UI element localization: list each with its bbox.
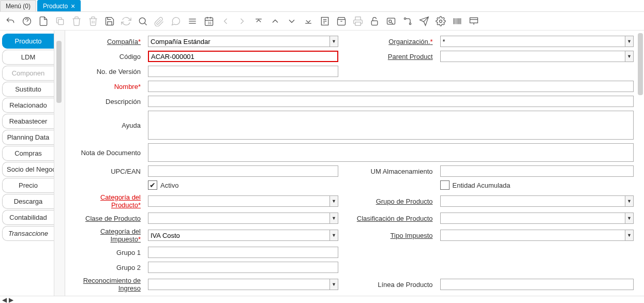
chat-icon[interactable] bbox=[170, 15, 182, 27]
field-tipo-impuesto[interactable]: ▼ bbox=[440, 230, 634, 241]
sidebar-item-compras[interactable]: Compras bbox=[2, 146, 54, 161]
tab-menu[interactable]: Menú (0) bbox=[0, 0, 36, 11]
unchecked-icon[interactable] bbox=[440, 180, 450, 190]
field-compania[interactable]: ▼ bbox=[148, 36, 338, 47]
sidebar-item-precio[interactable]: Precio bbox=[2, 178, 54, 193]
sidebar-item-descarga[interactable]: Descarga bbox=[2, 194, 54, 209]
chevron-down-icon[interactable]: ▼ bbox=[625, 213, 634, 224]
new-icon[interactable] bbox=[37, 15, 50, 27]
chevron-down-icon[interactable]: ▼ bbox=[330, 36, 338, 47]
up-icon[interactable] bbox=[269, 15, 281, 27]
input-codigo[interactable] bbox=[148, 51, 338, 62]
sidebar-item-reabastecer[interactable]: Reabastecer bbox=[2, 114, 54, 129]
down-icon[interactable] bbox=[286, 15, 298, 27]
sidebar-item-planning-data[interactable]: Planning Data bbox=[2, 130, 54, 145]
calendar-icon[interactable]: 31 bbox=[203, 15, 215, 27]
input-no-version[interactable] bbox=[148, 66, 338, 77]
label-grupo1: Grupo 1 bbox=[70, 249, 143, 256]
refresh-icon[interactable] bbox=[120, 15, 132, 27]
input-categoria-impuesto[interactable] bbox=[148, 230, 330, 241]
sidebar-item-relacionado[interactable]: Relacionado bbox=[2, 98, 54, 113]
print-icon[interactable] bbox=[352, 15, 364, 27]
input-tipo-impuesto[interactable] bbox=[440, 230, 625, 241]
gear-icon[interactable] bbox=[435, 15, 447, 27]
input-ayuda[interactable] bbox=[148, 111, 634, 140]
input-grupo-producto[interactable] bbox=[440, 195, 625, 207]
presentation-icon[interactable] bbox=[468, 15, 480, 27]
input-compania[interactable] bbox=[148, 36, 330, 47]
input-grupo1[interactable] bbox=[148, 247, 338, 258]
field-clasificacion-producto[interactable]: ▼ bbox=[440, 213, 634, 224]
field-categoria-impuesto[interactable]: ▼ bbox=[148, 230, 338, 241]
attachment-icon[interactable] bbox=[153, 15, 166, 27]
input-parent-product[interactable] bbox=[440, 51, 625, 62]
trash2-icon[interactable] bbox=[87, 15, 99, 27]
input-clase-producto[interactable] bbox=[148, 213, 330, 224]
input-linea-producto[interactable] bbox=[440, 279, 634, 290]
chevron-down-icon[interactable]: ▼ bbox=[625, 51, 634, 62]
input-categoria-producto[interactable] bbox=[148, 195, 330, 207]
field-grupo-producto[interactable]: ▼ bbox=[440, 195, 634, 207]
chevron-down-icon[interactable]: ▼ bbox=[625, 230, 634, 241]
input-nota-documento[interactable] bbox=[148, 143, 634, 162]
input-nombre[interactable] bbox=[148, 81, 634, 92]
sidebar-item-contabilidad[interactable]: Contabilidad bbox=[2, 210, 54, 225]
chevron-down-icon[interactable]: ▼ bbox=[330, 230, 338, 241]
trash-icon[interactable] bbox=[70, 15, 83, 27]
input-organizacion[interactable] bbox=[440, 36, 625, 47]
input-upc-ean[interactable] bbox=[148, 165, 338, 177]
gutter-thumb[interactable] bbox=[56, 41, 62, 103]
input-grupo2[interactable] bbox=[148, 262, 338, 273]
collapse-right-icon[interactable]: ▶ bbox=[9, 296, 13, 304]
checkbox-entidad-acumulada[interactable]: Entidad Acumulada bbox=[440, 180, 634, 190]
grid-icon[interactable] bbox=[186, 15, 199, 27]
first-icon[interactable] bbox=[252, 15, 265, 27]
checkbox-activo[interactable]: Activo bbox=[148, 180, 342, 190]
label-codigo: Código bbox=[70, 53, 143, 60]
tab-producto[interactable]: Producto × bbox=[37, 0, 81, 11]
save-icon[interactable] bbox=[103, 15, 116, 27]
next-icon[interactable] bbox=[236, 15, 248, 27]
workflow-icon[interactable] bbox=[401, 15, 414, 27]
lock-icon[interactable] bbox=[368, 15, 381, 27]
last-icon[interactable] bbox=[302, 15, 314, 27]
sidebar-item-producto[interactable]: Producto bbox=[2, 34, 54, 49]
label-clase-producto: Clase de Producto bbox=[70, 215, 143, 222]
undo-icon[interactable] bbox=[4, 15, 17, 27]
field-organizacion[interactable]: ▼ bbox=[440, 36, 634, 47]
label-um-almacenamiento: UM Almacenamiento bbox=[347, 168, 435, 175]
input-clasificacion-producto[interactable] bbox=[440, 213, 625, 224]
checked-icon[interactable] bbox=[148, 180, 157, 190]
chevron-down-icon[interactable]: ▼ bbox=[330, 195, 338, 207]
report-icon[interactable] bbox=[319, 15, 331, 27]
barcode-icon[interactable] bbox=[451, 15, 463, 27]
svg-point-2 bbox=[139, 18, 145, 24]
search-icon[interactable] bbox=[137, 15, 149, 27]
field-categoria-producto[interactable]: ▼ bbox=[148, 195, 338, 207]
zoom-icon[interactable] bbox=[385, 15, 397, 27]
field-clase-producto[interactable]: ▼ bbox=[148, 213, 338, 224]
copy-icon[interactable] bbox=[54, 15, 66, 27]
input-reconocimiento-ingreso[interactable] bbox=[148, 279, 330, 290]
sidebar-item-transacciones[interactable]: Transaccione bbox=[2, 226, 54, 241]
scrollbar-thumb[interactable] bbox=[638, 33, 643, 95]
chevron-down-icon[interactable]: ▼ bbox=[625, 36, 634, 47]
input-descripcion[interactable] bbox=[148, 96, 634, 107]
sidebar-item-socio-negocio[interactable]: Socio del Negocio bbox=[2, 162, 54, 177]
sidebar-item-sustituto[interactable]: Sustituto bbox=[2, 82, 54, 97]
collapse-left-icon[interactable]: ◀ bbox=[2, 296, 7, 304]
input-um-almacenamiento[interactable] bbox=[440, 165, 634, 177]
chevron-down-icon[interactable]: ▼ bbox=[330, 213, 338, 224]
sidebar-item-componen[interactable]: Componen bbox=[2, 66, 54, 81]
field-parent-product[interactable]: ▼ bbox=[440, 51, 634, 62]
prev-icon[interactable] bbox=[219, 15, 232, 27]
sidebar-item-ldm[interactable]: LDM bbox=[2, 50, 54, 65]
chevron-down-icon[interactable]: ▼ bbox=[625, 195, 634, 207]
help-icon[interactable] bbox=[21, 15, 33, 27]
field-reconocimiento-ingreso[interactable]: ▼ bbox=[148, 279, 338, 290]
close-icon[interactable]: × bbox=[71, 3, 75, 10]
archive-icon[interactable] bbox=[335, 15, 348, 27]
gutter-scroll[interactable] bbox=[54, 31, 65, 296]
send-icon[interactable] bbox=[418, 15, 430, 27]
chevron-down-icon[interactable]: ▼ bbox=[330, 279, 338, 290]
